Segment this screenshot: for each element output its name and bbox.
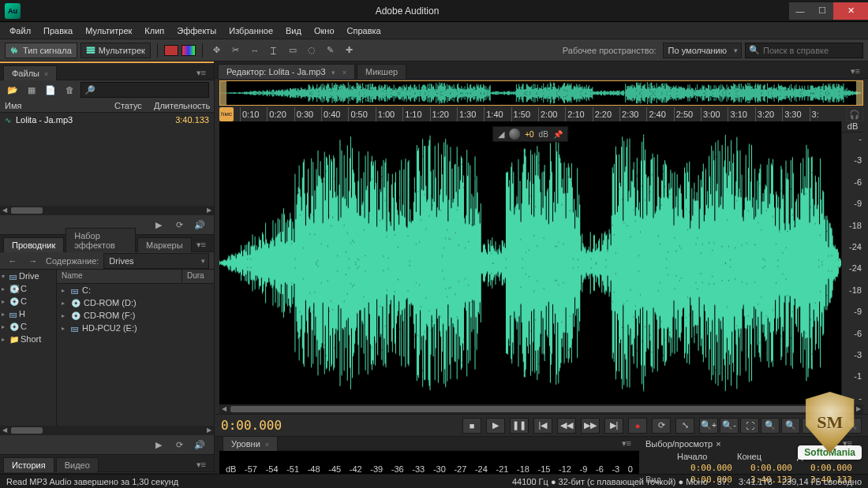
overview-handle-right[interactable] (856, 81, 862, 105)
tree-row[interactable]: ▸📁Short (0, 333, 56, 345)
new-file-button[interactable]: ▦ (24, 83, 39, 97)
overview-handle-left[interactable] (220, 81, 226, 105)
panel-menu-button[interactable]: ▾≡ (193, 238, 209, 251)
loop-button[interactable]: ⟳ (652, 418, 671, 434)
close-icon[interactable]: × (342, 69, 346, 76)
multitrack-mode-button[interactable]: Мультитрек (80, 43, 151, 58)
open-file-button[interactable]: 📂 (5, 83, 21, 97)
menu-view[interactable]: Вид (281, 24, 306, 37)
editor-tab[interactable]: Редактор: Lolita - Ja.mp3 ▾ × (218, 64, 355, 79)
tab-markers[interactable]: Маркеры (137, 237, 192, 252)
auto-play-button[interactable]: 🔊 (192, 438, 208, 452)
content-dropdown[interactable]: Drives (103, 253, 209, 269)
help-search[interactable]: 🔍 (745, 43, 863, 58)
slip-tool[interactable]: ↔ (247, 43, 263, 58)
list-item[interactable]: ▸💿CD-ROM (F:) (57, 309, 214, 322)
waveform-display[interactable]: ◢ +0 dB 📌 (219, 121, 841, 404)
menu-help[interactable]: Справка (342, 24, 386, 37)
volume-hud[interactable]: ◢ +0 dB 📌 (492, 126, 568, 142)
rewind-button[interactable]: ◀◀ (557, 418, 576, 434)
move-tool[interactable]: ✥ (209, 43, 225, 58)
col-name[interactable]: Name (57, 270, 182, 283)
color-swatch-left[interactable] (164, 45, 178, 56)
zoom-sel-button[interactable]: 🔍 (761, 418, 780, 434)
zoom-sel-in-button[interactable]: 🔍 (822, 418, 841, 434)
list-item[interactable]: ▸🖴HD-PCU2 (E:) (57, 322, 214, 334)
menu-effects[interactable]: Эффекты (172, 24, 221, 37)
auto-play-button[interactable]: 🔊 (192, 218, 208, 232)
menu-clip[interactable]: Клип (140, 24, 169, 37)
zoom-out-v-button[interactable]: 🔍 (802, 418, 821, 434)
razor-tool[interactable]: ✂ (228, 43, 244, 58)
menu-favorites[interactable]: Избранное (224, 24, 278, 37)
pin-icon[interactable]: 📌 (553, 130, 563, 139)
tree-row[interactable]: ▸🖴H (0, 307, 56, 320)
waveform-mode-button[interactable]: Тип сигнала (5, 43, 77, 58)
forward-button[interactable]: ▶▶ (581, 418, 600, 434)
tree-row[interactable]: ▸💽C (0, 282, 56, 295)
tree-row[interactable]: ▸💿C (0, 320, 56, 333)
record-file-button[interactable]: 📄 (43, 83, 58, 97)
window-close-button[interactable]: ✕ (833, 2, 868, 20)
nav-fwd-button[interactable]: → (25, 254, 41, 268)
col-name[interactable]: Имя (5, 101, 114, 110)
tab-video[interactable]: Видео (56, 457, 99, 472)
col-status[interactable]: Статус (114, 101, 154, 110)
col-dur[interactable]: Dura (182, 270, 214, 283)
close-icon[interactable]: × (716, 439, 720, 449)
levels-tab[interactable]: Уровни× (223, 436, 278, 451)
list-item[interactable]: ▸💿CD-ROM (D:) (57, 296, 214, 309)
skip-back-button[interactable]: |◀ (533, 418, 552, 434)
skip-fwd-button[interactable]: ▶| (604, 418, 623, 434)
loop-button[interactable]: ⟳ (171, 218, 187, 232)
tab-dropdown-icon[interactable]: ▾ (331, 69, 335, 76)
help-search-input[interactable] (763, 46, 868, 55)
sel-value[interactable]: 0:00.000 (677, 463, 732, 473)
panel-menu-button[interactable]: ▾≡ (847, 65, 863, 78)
zoom-out-button[interactable]: 🔍- (720, 418, 739, 434)
file-row[interactable]: ∿ Lolita - Ja.mp3 3:40.133 (0, 113, 214, 127)
play-button[interactable]: ▶ (151, 218, 166, 232)
workspace-dropdown[interactable]: По умолчанию (663, 43, 742, 58)
zoom-in-button[interactable]: 🔍+ (699, 418, 718, 434)
col-duration[interactable]: Длительность (154, 101, 209, 110)
files-filter[interactable]: 🔎 (80, 82, 209, 98)
panel-menu-button[interactable]: ▾≡ (193, 458, 209, 471)
heal-tool[interactable]: ✚ (342, 43, 357, 58)
tree-row[interactable]: ▸💿C (0, 295, 56, 307)
tab-effects-rack[interactable]: Набор эффектов (65, 228, 136, 252)
sel-value[interactable]: 0:00.000 (797, 463, 852, 473)
files-filter-input[interactable] (99, 85, 208, 95)
record-button[interactable]: ● (628, 418, 647, 434)
menu-edit[interactable]: Правка (39, 24, 77, 37)
time-select-tool[interactable]: ⌶ (266, 43, 282, 58)
mixer-tab[interactable]: Микшер (357, 64, 406, 79)
nav-back-button[interactable]: ← (5, 254, 21, 268)
panel-menu-button[interactable]: ▾≡ (619, 437, 634, 450)
volume-knob[interactable] (509, 129, 520, 140)
tab-browser[interactable]: Проводник (3, 237, 64, 252)
play-button[interactable]: ▶ (486, 418, 505, 434)
overview-waveform[interactable] (219, 80, 863, 106)
timecode[interactable]: 0:00.000 (221, 418, 300, 433)
menu-multitrack[interactable]: Мультитрек (80, 24, 137, 37)
stop-button[interactable]: ■ (462, 418, 481, 434)
zoom-sel-out-button[interactable]: 🔍 (843, 418, 862, 434)
panel-menu-button[interactable]: ▾≡ (840, 437, 855, 450)
files-tab[interactable]: Файлы× (3, 65, 57, 80)
browser-scrollbar[interactable]: ◀▶ (0, 426, 214, 435)
skip-selection-button[interactable]: ⤡ (675, 418, 694, 434)
pause-button[interactable]: ❚❚ (510, 418, 529, 434)
time-ruler[interactable]: hмс 0:100:200:300:400:501:001:101:201:30… (219, 107, 841, 121)
files-scrollbar[interactable]: ◀▶ (0, 206, 214, 215)
tree-row[interactable]: ▾🖴Drive (0, 270, 56, 282)
list-item[interactable]: ▸🖴C: (57, 284, 214, 296)
window-maximize-button[interactable]: ☐ (811, 2, 833, 20)
close-icon[interactable]: × (44, 70, 48, 78)
play-button[interactable]: ▶ (151, 438, 166, 452)
zoom-in-v-button[interactable]: 🔍 (781, 418, 800, 434)
marquee-tool[interactable]: ▭ (285, 43, 301, 58)
panel-menu-button[interactable]: ▾≡ (193, 66, 209, 80)
window-minimize-button[interactable]: — (789, 2, 811, 20)
tab-history[interactable]: История (3, 457, 54, 472)
